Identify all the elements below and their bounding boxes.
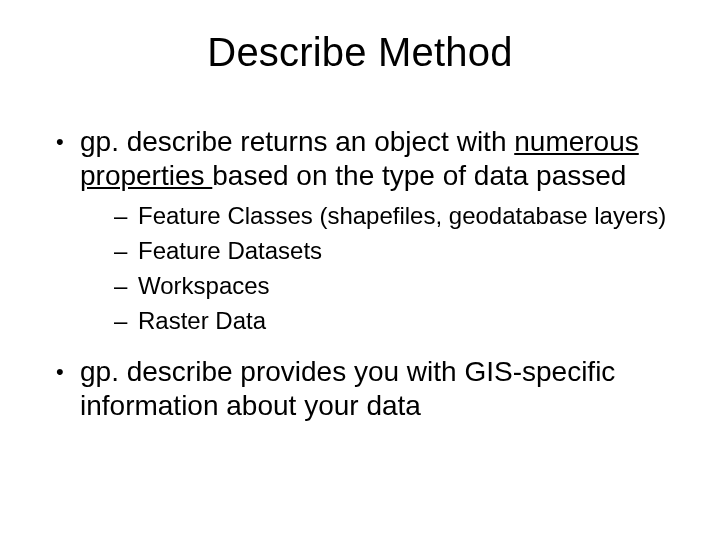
bullet-1-text-pre: gp. describe returns an object with: [80, 126, 514, 157]
sub-bullet-3: Workspaces: [80, 269, 670, 304]
sub-bullet-1: Feature Classes (shapefiles, geodatabase…: [80, 199, 670, 234]
slide-title: Describe Method: [50, 30, 670, 75]
slide: Describe Method gp. describe returns an …: [0, 0, 720, 540]
sub-bullet-2: Feature Datasets: [80, 234, 670, 269]
bullet-list: gp. describe returns an object with nume…: [50, 125, 670, 423]
bullet-item-2: gp. describe provides you with GIS-speci…: [50, 355, 670, 423]
bullet-item-1: gp. describe returns an object with nume…: [50, 125, 670, 339]
sub-bullet-4: Raster Data: [80, 304, 670, 339]
sub-bullet-list: Feature Classes (shapefiles, geodatabase…: [80, 199, 670, 338]
bullet-1-text-post: based on the type of data passed: [212, 160, 626, 191]
